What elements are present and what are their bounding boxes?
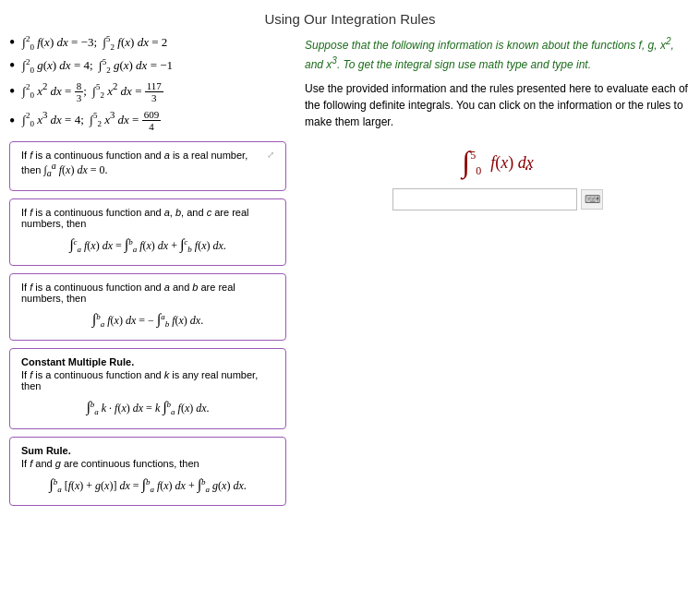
math-item-4: ∫20 x3 dx = 4; ∫52 x3 dx = 609 4 [22,109,161,132]
info-list: • ∫20 f(x) dx = −3; ∫52 f(x) dx = 2 • ∫2… [9,34,286,132]
intro-text: Suppose that the following information i… [305,34,691,73]
list-item[interactable]: • ∫20 x3 dx = 4; ∫52 x3 dx = 609 4 [9,109,286,132]
page-title: Using Our Integration Rules [0,0,700,34]
rule-zero-interval[interactable]: ⤢ If f is a continuous function and a is… [9,141,286,190]
rule-const-title: Constant Multiple Rule. [21,356,274,367]
keyboard-icon[interactable]: ⌨ [581,189,603,210]
rule-sum-math: ∫ba [f(x) + g(x)] dx = ∫ba f(x) dx + ∫ba… [21,473,274,498]
list-item[interactable]: • ∫20 g(x) dx = 4; ∫52 g(x) dx = −1 [9,57,286,75]
rule-split-math: ∫ca f(x) dx = ∫ba f(x) dx + ∫cb f(x) dx. [21,233,274,258]
rule-reverse-math: ∫ba f(x) dx = − ∫ab f(x) dx. [21,307,274,332]
list-item[interactable]: • ∫20 f(x) dx = −3; ∫52 f(x) dx = 2 [9,34,286,52]
rule-reverse-limits[interactable]: If f is a continuous function and a and … [9,273,286,341]
math-item-2: ∫20 g(x) dx = 4; ∫52 g(x) dx = −1 [22,57,173,75]
rule-const-math: ∫ba k · f(x) dx = k ∫ba f(x) dx. [21,395,274,420]
integral-to-evaluate: ∫50 f(x) dx [305,145,691,179]
rules-section: ⤢ If f is a continuous function and a is… [9,141,286,506]
list-item[interactable]: • ∫20 x2 dx = 8 3 ; ∫52 x2 dx = 117 3 [9,80,286,103]
left-panel: • ∫20 f(x) dx = −3; ∫52 f(x) dx = 2 • ∫2… [9,34,296,506]
page-wrapper: Using Our Integration Rules • ∫20 f(x) d… [0,0,700,506]
math-item-3: ∫20 x2 dx = 8 3 ; ∫52 x2 dx = 117 3 [22,80,163,103]
rule-const-text: If f is a continuous function and k is a… [21,369,274,391]
rule-interval-split[interactable]: If f is a continuous function and a, b, … [9,198,286,266]
bullet-icon: • [9,57,15,74]
rule-zero-text: If f is a continuous function and a is a… [21,150,274,178]
rule-sum-title: Sum Rule. [21,445,274,456]
bullet-icon: • [9,83,15,100]
bullet-icon: • [9,34,15,51]
rule-reverse-text: If f is a continuous function and a and … [21,282,274,304]
rule-sum-text: If f and g are continuous functions, the… [21,458,274,469]
answer-area: ⌨ [305,188,691,210]
rule-split-text: If f is a continuous function and a, b, … [21,207,274,229]
body-text: Use the provided information and the rul… [305,80,691,130]
bullet-icon: • [9,113,15,129]
rule-sum[interactable]: Sum Rule. If f and g are continuous func… [9,437,286,506]
answer-input[interactable] [392,188,577,210]
math-item-1: ∫20 f(x) dx = −3; ∫52 f(x) dx = 2 [22,34,167,52]
rule-constant-multiple[interactable]: Constant Multiple Rule. If f is a contin… [9,348,286,428]
expand-icon[interactable]: ⤢ [267,150,274,160]
right-panel: Suppose that the following information i… [296,34,691,506]
